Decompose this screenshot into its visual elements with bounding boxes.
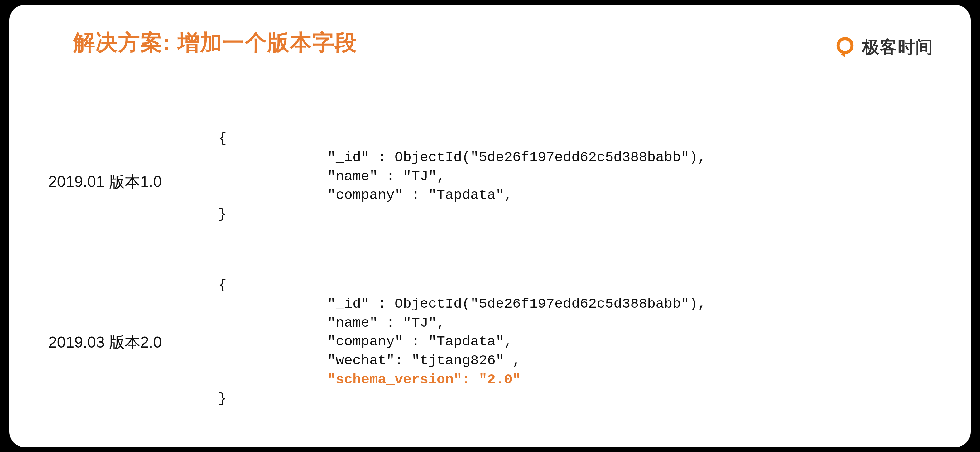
code-block-2: { "_id" : ObjectId("5de26f197edd62c5d388… <box>218 276 706 408</box>
slide-card: 解决方案: 增加一个版本字段 极客时间 2019.01 版本1.0 { "_id… <box>10 5 970 447</box>
version-2-label: 2019.03 版本2.0 <box>48 332 162 353</box>
brand-logo: 极客时间 <box>834 36 933 59</box>
code-line: "_id" : ObjectId("5de26f197edd62c5d388ba… <box>218 295 706 314</box>
schema-version-line: "schema_version": "2.0" <box>218 371 521 390</box>
code-open-brace: { <box>218 131 227 146</box>
code-line: "name" : "TJ", <box>218 167 445 186</box>
code-line: "name" : "TJ", <box>218 314 445 333</box>
code-close-brace: } <box>218 206 227 222</box>
code-line: "company" : "Tapdata", <box>218 186 512 205</box>
code-close-brace: } <box>218 391 227 407</box>
brand-text: 极客时间 <box>862 36 933 59</box>
code-block-1: { "_id" : ObjectId("5de26f197edd62c5d388… <box>218 129 706 224</box>
svg-point-0 <box>838 39 852 53</box>
code-line: "_id" : ObjectId("5de26f197edd62c5d388ba… <box>218 148 706 167</box>
code-open-brace: { <box>218 277 227 293</box>
code-line: "company" : "Tapdata", <box>218 333 512 352</box>
version-1-label: 2019.01 版本1.0 <box>48 172 162 193</box>
geektime-icon <box>834 37 856 58</box>
code-line: "wechat": "tjtang826" , <box>218 352 521 371</box>
slide-title: 解决方案: 增加一个版本字段 <box>73 28 357 57</box>
